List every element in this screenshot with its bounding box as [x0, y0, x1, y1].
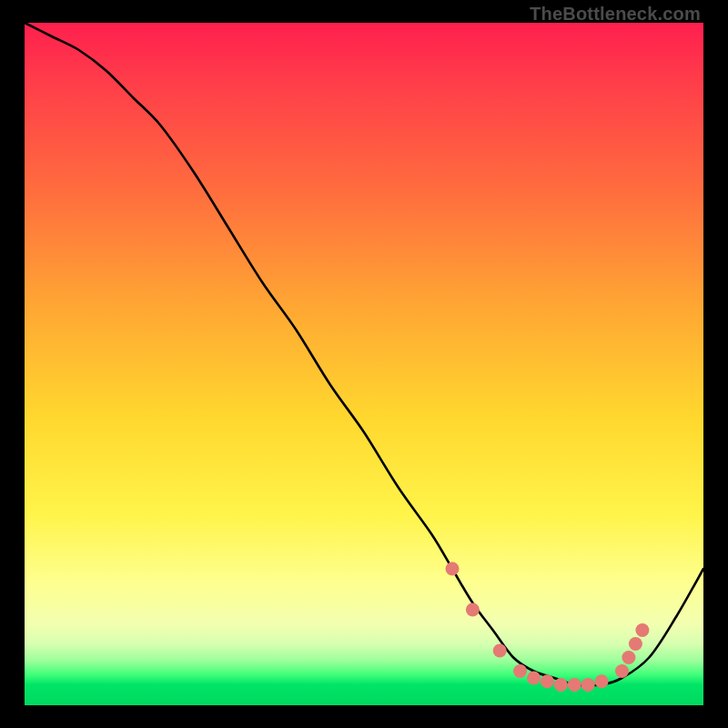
curve-marker-dot: [635, 623, 649, 637]
chart-frame: TheBottleneck.com: [0, 0, 728, 728]
bottleneck-curve: [25, 23, 703, 685]
curve-marker-dot: [622, 651, 635, 664]
chart-svg: [25, 23, 703, 705]
curve-markers: [446, 562, 650, 693]
curve-marker-dot: [595, 674, 609, 688]
curve-marker-dot: [615, 664, 629, 678]
curve-marker-dot: [466, 603, 480, 617]
curve-marker-dot: [568, 678, 581, 692]
curve-marker-dot: [541, 674, 554, 688]
curve-marker-dot: [629, 637, 642, 651]
curve-marker-dot: [513, 664, 527, 678]
curve-marker-dot: [527, 672, 541, 685]
curve-marker-dot: [581, 678, 595, 692]
curve-marker-dot: [446, 562, 460, 576]
curve-marker-dot: [493, 644, 507, 658]
watermark-text: TheBottleneck.com: [530, 4, 701, 25]
plot-area: [25, 23, 703, 705]
curve-marker-dot: [554, 678, 568, 692]
